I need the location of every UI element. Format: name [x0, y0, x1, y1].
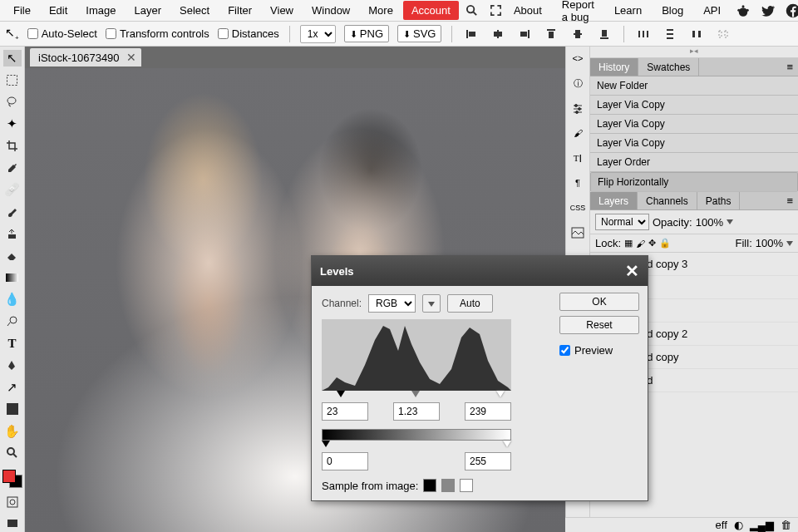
menu-edit[interactable]: Edit	[41, 1, 76, 20]
character-icon[interactable]: TI	[569, 150, 586, 166]
wand-tool[interactable]: ✦	[3, 116, 22, 132]
close-icon[interactable]: ✕	[625, 261, 639, 281]
menu-api[interactable]: API	[698, 1, 726, 20]
paragraph-icon[interactable]: ¶	[569, 175, 586, 191]
shape-tool[interactable]	[3, 401, 22, 417]
input-black-field[interactable]	[322, 402, 368, 421]
menu-select[interactable]: Select	[171, 1, 218, 20]
hand-tool[interactable]: ✋	[3, 422, 22, 439]
twitter-icon[interactable]	[761, 3, 776, 18]
menu-blog[interactable]: Blog	[657, 1, 688, 20]
history-item[interactable]: Layer Via Copy	[590, 96, 798, 115]
facebook-icon[interactable]	[786, 3, 798, 18]
lock-transparent-icon[interactable]: ▦	[624, 238, 633, 249]
screen-mode-icon[interactable]	[3, 515, 22, 532]
menu-account[interactable]: Account	[403, 1, 459, 20]
history-item[interactable]: Flip Horizontally	[590, 172, 798, 192]
lock-pixels-icon[interactable]: 🖌	[636, 239, 645, 249]
crop-tool[interactable]	[3, 138, 22, 155]
gradient-tool[interactable]	[3, 269, 22, 286]
auto-button[interactable]: Auto	[447, 294, 493, 313]
chevron-down-icon[interactable]	[727, 219, 733, 224]
panel-menu-icon[interactable]: ≡	[781, 192, 798, 209]
auto-select-checkbox[interactable]: Auto-Select	[27, 27, 97, 40]
brush-tool[interactable]	[3, 204, 22, 220]
code-icon[interactable]: <>	[569, 50, 586, 66]
history-item[interactable]: Layer Via Copy	[590, 134, 798, 153]
eyedropper-tool[interactable]	[3, 160, 22, 176]
input-sliders[interactable]	[322, 391, 511, 399]
output-white-slider[interactable]	[503, 441, 511, 447]
menu-layer[interactable]: Layer	[126, 1, 170, 20]
info-icon[interactable]: ⓘ	[569, 75, 586, 91]
reset-button[interactable]: Reset	[559, 316, 639, 334]
path-select-tool[interactable]: ↗	[3, 379, 22, 396]
scale-select[interactable]: 1x	[300, 25, 336, 43]
trash-icon[interactable]: 🗑	[781, 519, 791, 531]
ok-button[interactable]: OK	[559, 293, 639, 311]
output-black-field[interactable]	[322, 452, 368, 470]
history-item[interactable]: Layer Via Copy	[590, 115, 798, 134]
eraser-tool[interactable]	[3, 247, 22, 264]
align-left-icon[interactable]	[462, 25, 480, 43]
close-icon[interactable]: ✕	[126, 51, 136, 64]
output-white-field[interactable]	[465, 452, 511, 470]
menu-learn[interactable]: Learn	[609, 1, 647, 20]
lasso-tool[interactable]	[3, 94, 22, 111]
menu-view[interactable]: View	[262, 1, 302, 20]
gamma-slider[interactable]	[411, 391, 420, 397]
align-vcenter-icon[interactable]	[569, 25, 587, 43]
export-png-button[interactable]: PNG	[344, 25, 389, 42]
history-tab[interactable]: History	[590, 58, 638, 76]
adjust-contrast-icon[interactable]: ◐	[734, 519, 743, 531]
heal-tool[interactable]: 🩹	[3, 181, 22, 198]
align-hcenter-icon[interactable]	[489, 25, 507, 43]
search-icon[interactable]	[466, 4, 478, 17]
align-right-icon[interactable]	[515, 25, 534, 43]
panel-collapse-icon[interactable]: ▸◂	[590, 47, 798, 58]
menu-window[interactable]: Window	[303, 1, 358, 20]
panel-menu-icon[interactable]: ≡	[781, 58, 798, 76]
dist-v-icon[interactable]	[661, 25, 679, 43]
lock-position-icon[interactable]: ✥	[648, 238, 656, 249]
chevron-down-icon[interactable]	[786, 241, 793, 246]
fill-value[interactable]: 100%	[756, 237, 783, 249]
menu-more[interactable]: More	[360, 1, 401, 20]
menu-image[interactable]: Image	[77, 1, 124, 20]
black-point-slider[interactable]	[337, 391, 345, 397]
layers-tab[interactable]: Layers	[590, 192, 638, 209]
pen-tool[interactable]	[3, 357, 22, 373]
blur-tool[interactable]: 💧	[3, 291, 22, 308]
quick-mask-icon[interactable]	[3, 493, 22, 510]
move-tool[interactable]: ↖	[3, 50, 22, 66]
export-svg-button[interactable]: SVG	[397, 25, 441, 42]
paths-tab[interactable]: Paths	[697, 192, 741, 209]
adjust-levels-icon[interactable]: ▂▄▆	[750, 519, 774, 531]
opacity-value[interactable]: 100%	[696, 216, 723, 229]
channels-tab[interactable]: Channels	[638, 192, 697, 209]
marquee-tool[interactable]	[3, 71, 22, 88]
align-top-icon[interactable]	[542, 25, 560, 43]
history-item[interactable]: Layer Order	[590, 153, 798, 172]
sample-black-icon[interactable]	[423, 479, 436, 492]
clone-tool[interactable]	[3, 225, 22, 242]
css-icon[interactable]: CSS	[569, 200, 586, 216]
output-sliders[interactable]	[322, 441, 511, 449]
sliders-icon[interactable]	[569, 100, 586, 116]
lock-all-icon[interactable]: 🔒	[659, 238, 671, 249]
dodge-tool[interactable]	[3, 313, 22, 330]
dist-v2-icon[interactable]	[714, 25, 732, 43]
color-swatches[interactable]	[2, 470, 22, 488]
menu-file[interactable]: File	[5, 1, 39, 20]
type-tool[interactable]: T	[3, 335, 22, 352]
history-item[interactable]: New Folder	[590, 76, 798, 96]
menu-bug[interactable]: Report a bug	[557, 0, 599, 27]
channel-select[interactable]: RGB	[368, 294, 416, 313]
sample-gray-icon[interactable]	[441, 479, 455, 492]
thumbnail-icon[interactable]	[569, 224, 586, 241]
blend-mode-select[interactable]: Normal	[595, 214, 649, 230]
brush-panel-icon[interactable]: 🖌	[569, 125, 586, 141]
sample-white-icon[interactable]	[460, 479, 473, 492]
input-gamma-field[interactable]	[393, 402, 440, 421]
menu-about[interactable]: About	[509, 1, 547, 20]
